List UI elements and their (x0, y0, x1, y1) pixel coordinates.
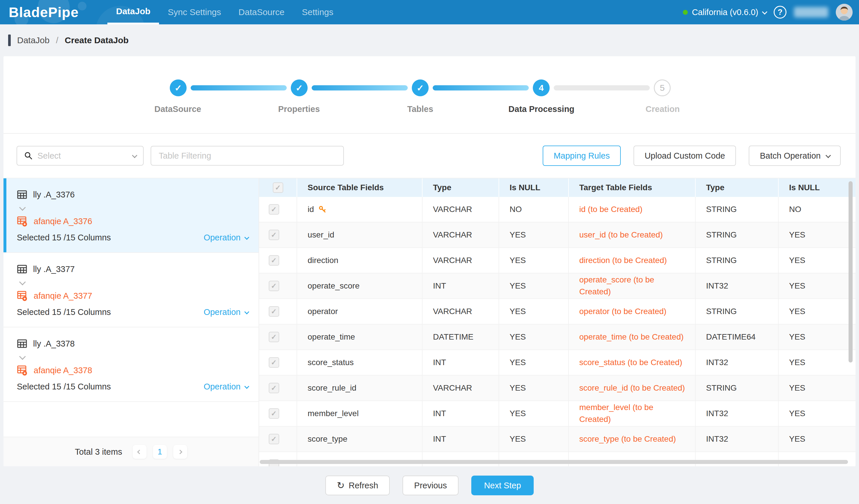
table-row: ✓ user_id VARCHAR YES user_id (to be Cre… (259, 222, 856, 248)
row-checkbox[interactable]: ✓ (269, 204, 279, 215)
table-pair-list: lly .A_3376 (3, 178, 259, 402)
field-rows: ✓ id VARCHAR NO id (to be Created) (259, 197, 856, 452)
table-select-dropdown[interactable]: Select (17, 146, 144, 166)
table-toolbar: Select Mapping Rules Upload Custom Code … (3, 134, 856, 178)
step-connector (191, 85, 287, 91)
target-table-name: afanqie A_3376 (34, 217, 92, 226)
nav-tab-settings[interactable]: Settings (293, 0, 342, 25)
previous-button[interactable]: Previous (403, 476, 458, 495)
content-card: 4 5 DataSource Properties Tables Data Pr… (3, 56, 856, 466)
row-checkbox[interactable]: ✓ (269, 408, 279, 419)
target-field-name: member_level (to be Created) (569, 401, 696, 426)
operation-dropdown[interactable]: Operation (204, 233, 248, 242)
vertical-scrollbar[interactable] (848, 181, 853, 362)
source-field-nullable: YES (499, 401, 569, 426)
table-row: ✓ score_rule_id VARCHAR YES score_rule_i… (259, 376, 856, 401)
source-table-icon (17, 264, 27, 274)
source-field-nullable: YES (499, 325, 569, 349)
wizard-stepper: 4 5 DataSource Properties Tables Data Pr… (3, 56, 856, 134)
primary-key-icon (318, 205, 327, 214)
source-field-type: VARCHAR (423, 222, 499, 247)
row-checkbox[interactable]: ✓ (269, 281, 279, 291)
username-blurred (794, 7, 828, 17)
row-checkbox[interactable]: ✓ (269, 357, 279, 368)
chevron-down-icon[interactable] (19, 279, 26, 285)
pagination-prev-button[interactable] (133, 445, 147, 459)
source-field-name: score_type (307, 433, 347, 445)
batch-operation-button[interactable]: Batch Operation (749, 145, 841, 166)
environment-selector[interactable]: California (v0.6.0) (683, 7, 766, 17)
step-circle-creation: 5 (654, 79, 670, 96)
target-field-name: operate_score (to be Created) (569, 273, 696, 298)
table-pair-item[interactable]: lly .A_3378 (3, 327, 259, 402)
breadcrumb-separator: / (56, 35, 58, 45)
horizontal-scrollbar[interactable] (260, 460, 848, 464)
source-field-nullable: YES (499, 350, 569, 375)
select-all-checkbox[interactable]: ✓ (273, 183, 283, 193)
target-field-name: user_id (to be Created) (569, 222, 696, 247)
target-field-type: INT32 (696, 273, 779, 298)
environment-label: California (v0.6.0) (692, 7, 758, 17)
operation-dropdown[interactable]: Operation (204, 382, 248, 392)
step-connector (312, 85, 408, 91)
row-checkbox[interactable]: ✓ (269, 383, 279, 393)
row-checkbox[interactable]: ✓ (269, 255, 279, 266)
source-field-name: score_status (307, 357, 354, 368)
col-source-fields: Source Table Fields (297, 178, 423, 197)
target-field-type: STRING (696, 197, 779, 222)
target-field-nullable: YES (779, 376, 856, 400)
target-field-nullable: YES (779, 222, 856, 247)
refresh-icon: ↻ (337, 480, 345, 491)
table-row: ✓ operator VARCHAR YES operator (to be C… (259, 299, 856, 325)
table-row: ✓ member_level INT YES member_level (to … (259, 401, 856, 427)
pagination-next-button[interactable] (173, 445, 187, 459)
nav-tab-datasource[interactable]: DataSource (230, 0, 293, 25)
chevron-down-icon[interactable] (19, 204, 26, 211)
row-checkbox[interactable]: ✓ (269, 434, 279, 444)
nav-tab-sync-settings[interactable]: Sync Settings (159, 0, 229, 25)
mapping-rules-button[interactable]: Mapping Rules (543, 145, 621, 166)
target-field-type: INT32 (696, 350, 779, 375)
source-table-name: lly .A_3378 (33, 339, 75, 349)
row-checkbox[interactable]: ✓ (269, 230, 279, 240)
app-logo[interactable]: BladePipe (0, 0, 96, 25)
next-step-button[interactable]: Next Step (471, 476, 534, 495)
selected-columns-text: Selected 15 /15 Columns (17, 382, 111, 392)
table-pair-item[interactable]: lly .A_3377 (3, 253, 259, 327)
target-field-nullable: NO (779, 197, 856, 222)
target-table-add-icon (17, 365, 28, 376)
target-field-name: score_status (to be Created) (569, 350, 696, 375)
operation-label: Operation (204, 233, 241, 242)
chevron-down-icon (244, 310, 249, 314)
table-row: ✓ id VARCHAR NO id (to be Created) (259, 197, 856, 222)
table-row: ✓ direction VARCHAR YES direction (to be… (259, 248, 856, 273)
target-field-type: INT32 (696, 427, 779, 452)
row-checkbox[interactable]: ✓ (269, 332, 279, 342)
table-pair-item[interactable]: lly .A_3376 (3, 178, 259, 253)
field-mapping-table: ✓ Source Table Fields Type Is NULL Targe… (259, 178, 856, 466)
avatar[interactable] (836, 4, 853, 20)
col-target-type: Type (696, 178, 779, 197)
source-field-name: operator (307, 306, 338, 317)
table-filter-input[interactable] (151, 146, 344, 166)
refresh-button[interactable]: ↻ Refresh (325, 476, 390, 495)
chevron-down-icon[interactable] (19, 353, 26, 360)
source-field-name: id (307, 204, 314, 216)
step-circle-data-processing: 4 (533, 79, 549, 96)
help-icon[interactable]: ? (774, 6, 786, 18)
breadcrumb-parent[interactable]: DataJob (17, 35, 50, 45)
operation-dropdown[interactable]: Operation (204, 308, 248, 317)
source-field-name: direction (307, 255, 338, 267)
upload-custom-code-button[interactable]: Upload Custom Code (633, 145, 736, 166)
operation-label: Operation (204, 308, 241, 317)
table-row: ✓ score_type INT YES score_type (to be C… (259, 427, 856, 452)
sidebar-pagination: Total 3 items 1 (3, 437, 259, 466)
step-label-tables: Tables (407, 105, 433, 114)
table-row: ✓ operate_score INT YES operate_score (t… (259, 273, 856, 299)
source-field-type: VARCHAR (423, 248, 499, 273)
source-field-type: INT (423, 427, 499, 452)
source-field-type: INT (423, 350, 499, 375)
col-source-null: Is NULL (499, 178, 569, 197)
row-checkbox[interactable]: ✓ (269, 306, 279, 317)
pagination-page-1[interactable]: 1 (153, 445, 167, 459)
